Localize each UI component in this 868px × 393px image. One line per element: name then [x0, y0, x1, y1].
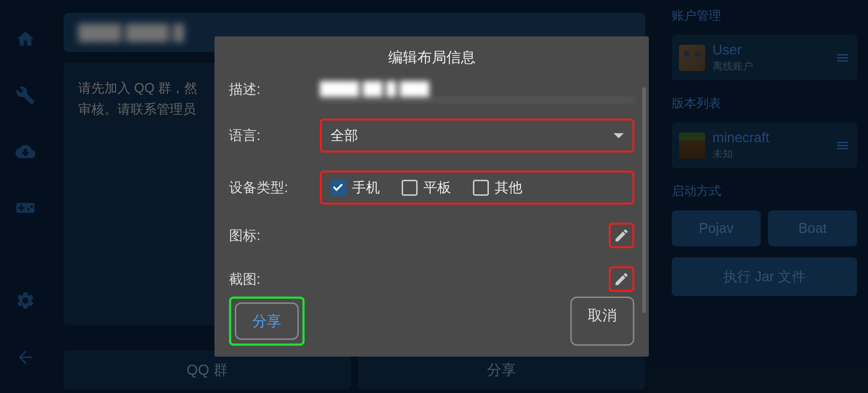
- checkbox-icon: [473, 180, 489, 196]
- pencil-icon: [614, 227, 630, 243]
- lang-label: 语言:: [229, 126, 309, 145]
- modal-title: 编辑布局信息: [229, 47, 634, 67]
- scrollbar[interactable]: [642, 87, 646, 313]
- chevron-down-icon: [614, 133, 624, 138]
- checkbox-phone-label: 手机: [352, 178, 380, 197]
- share-button[interactable]: 分享: [235, 302, 299, 340]
- checkbox-phone[interactable]: 手机: [330, 178, 380, 197]
- checkbox-tablet[interactable]: 平板: [402, 178, 451, 197]
- edit-screenshot-button[interactable]: [609, 266, 634, 292]
- checkbox-other[interactable]: 其他: [473, 178, 522, 197]
- checkbox-icon: [402, 180, 418, 196]
- share-highlight: 分享: [229, 297, 305, 346]
- cancel-button[interactable]: 取消: [570, 297, 634, 346]
- lang-dropdown[interactable]: 全部: [320, 119, 634, 152]
- checkbox-icon: [330, 180, 346, 196]
- pencil-icon: [614, 271, 630, 287]
- modal-footer: 分享 取消: [229, 297, 634, 346]
- desc-input[interactable]: [320, 78, 634, 100]
- icon-label: 图标:: [229, 226, 309, 245]
- desc-label: 描述:: [229, 80, 309, 99]
- screenshot-label: 截图:: [229, 270, 309, 289]
- lang-value: 全部: [330, 126, 358, 145]
- checkbox-tablet-label: 平板: [423, 178, 451, 197]
- device-checkbox-group: 手机 平板 其他: [320, 171, 634, 205]
- edit-layout-modal: 编辑布局信息 描述: 语言: 全部 设备类型: 手机 平: [214, 36, 649, 357]
- checkbox-other-label: 其他: [495, 178, 522, 197]
- edit-icon-button[interactable]: [609, 223, 634, 248]
- device-label: 设备类型:: [229, 178, 309, 197]
